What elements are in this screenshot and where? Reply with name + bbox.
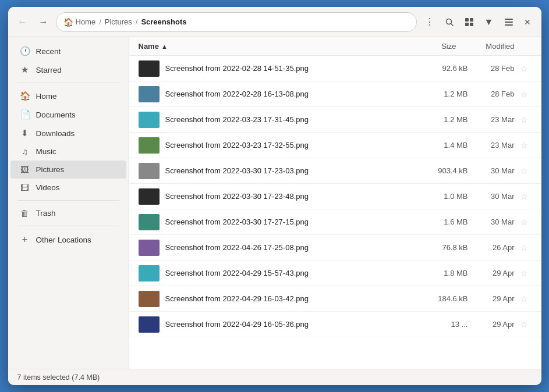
sidebar-item-pictures[interactable]: 🖼 Pictures [10, 161, 126, 179]
table-row[interactable]: Screenshot from 2022-03-23 17-32-55.png … [129, 133, 541, 158]
file-thumbnail [139, 291, 160, 307]
breadcrumb-screenshots[interactable]: Screenshots [141, 17, 186, 26]
column-header-name[interactable]: Name ▲ [139, 42, 398, 51]
more-options-button[interactable]: ⋮ [420, 13, 439, 31]
starred-icon: ★ [20, 65, 30, 75]
svg-rect-3 [470, 18, 473, 22]
file-star[interactable]: ☆ [517, 320, 532, 329]
file-star[interactable]: ☆ [517, 218, 532, 227]
file-star[interactable]: ☆ [517, 269, 532, 278]
close-button[interactable]: ✕ [519, 14, 536, 30]
list-view-button[interactable] [500, 13, 518, 31]
file-thumbnail [139, 316, 160, 333]
file-modified: 28 Feb [468, 90, 515, 98]
breadcrumb-sep-2: / [136, 17, 138, 26]
table-row[interactable]: Screenshot from 2022-04-26 17-25-08.png … [129, 235, 541, 261]
file-star[interactable]: ☆ [517, 243, 532, 252]
sidebar-label-trash: Trash [36, 209, 56, 218]
table-row[interactable]: Screenshot from 2022-03-30 17-27-15.png … [129, 209, 541, 235]
file-thumbnail [139, 137, 160, 154]
breadcrumb: 🏠 Home / Pictures / Screenshots [56, 12, 417, 32]
file-name: Screenshot from 2022-03-23 17-31-45.png [165, 115, 410, 124]
sidebar-item-videos[interactable]: 🎞 Videos [10, 179, 126, 197]
sidebar-label-starred: Starred [36, 66, 62, 74]
column-header-modified[interactable]: Modified [456, 42, 515, 51]
table-row[interactable]: Screenshot from 2022-04-29 15-57-43.png … [129, 261, 541, 286]
home-sidebar-icon: 🏠 [20, 91, 30, 101]
file-name: Screenshot from 2022-02-28 16-13-08.png [165, 90, 410, 98]
file-modified: 23 Mar [468, 141, 515, 149]
table-row[interactable]: Screenshot from 2022-04-29 16-05-36.png … [129, 312, 541, 337]
table-row[interactable]: Screenshot from 2022-03-30 17-23-48.png … [129, 184, 541, 209]
file-modified: 28 Feb [468, 64, 515, 73]
music-icon: ♫ [20, 147, 30, 156]
file-size: 1.8 MB [410, 269, 468, 277]
documents-icon: 📄 [20, 109, 30, 120]
view-options-button[interactable]: ▼ [480, 13, 498, 31]
file-size: 92.6 kB [410, 64, 468, 73]
file-name: Screenshot from 2022-02-28 14-51-35.png [165, 64, 410, 73]
sidebar-item-documents[interactable]: 📄 Documents [10, 105, 126, 124]
file-modified: 29 Apr [468, 269, 515, 277]
sidebar-item-starred[interactable]: ★ Starred [10, 60, 126, 79]
other-locations-icon: + [20, 234, 30, 245]
sidebar-divider-3 [17, 226, 119, 226]
file-size: 1.2 MB [410, 90, 468, 98]
table-row[interactable]: Screenshot from 2022-03-30 17-23-03.png … [129, 158, 541, 184]
file-size: 1.4 MB [410, 141, 468, 149]
grid-icon [465, 17, 474, 27]
file-star[interactable]: ☆ [517, 192, 532, 201]
svg-line-1 [451, 23, 453, 26]
file-star[interactable]: ☆ [517, 90, 532, 99]
search-icon [445, 17, 454, 27]
file-star[interactable]: ☆ [517, 294, 532, 304]
toolbar: ← → 🏠 Home / Pictures / Screenshots ⋮ [8, 7, 541, 37]
list-icon [504, 17, 513, 27]
status-bar: 7 items selected (7.4 MB) [8, 369, 541, 385]
breadcrumb-sep-1: / [99, 17, 101, 26]
sidebar-divider-1 [17, 83, 119, 83]
recent-icon: 🕐 [20, 46, 30, 56]
sidebar-item-trash[interactable]: 🗑 Trash [10, 204, 126, 222]
table-row[interactable]: Screenshot from 2022-04-29 16-03-42.png … [129, 286, 541, 312]
svg-rect-7 [505, 22, 513, 23]
file-star[interactable]: ☆ [517, 141, 532, 150]
svg-rect-4 [465, 23, 469, 26]
sidebar-label-downloads: Downloads [36, 129, 75, 138]
sidebar-item-music[interactable]: ♫ Music [10, 142, 126, 161]
svg-rect-6 [505, 19, 513, 20]
sidebar-item-other-locations[interactable]: + Other Locations [10, 230, 126, 250]
sidebar-label-videos: Videos [36, 183, 60, 192]
file-modified: 29 Apr [468, 320, 515, 329]
file-size: 13 ... [410, 320, 468, 329]
file-thumbnail [139, 188, 160, 205]
file-name: Screenshot from 2022-04-29 15-57-43.png [165, 269, 410, 277]
file-thumbnail [139, 265, 160, 281]
file-modified: 30 Mar [468, 218, 515, 226]
file-name: Screenshot from 2022-03-30 17-27-15.png [165, 218, 410, 226]
search-button[interactable] [440, 13, 459, 31]
file-size: 1.6 MB [410, 218, 468, 226]
file-manager-window: ← → 🏠 Home / Pictures / Screenshots ⋮ [8, 7, 541, 385]
sidebar-label-home: Home [36, 92, 57, 101]
breadcrumb-pictures[interactable]: Pictures [105, 17, 132, 26]
back-button[interactable]: ← [14, 13, 31, 31]
sidebar-label-recent: Recent [36, 47, 61, 56]
sidebar-divider-2 [17, 200, 119, 201]
table-row[interactable]: Screenshot from 2022-03-23 17-31-45.png … [129, 107, 541, 133]
sidebar-item-home[interactable]: 🏠 Home [10, 87, 126, 105]
sidebar-item-downloads[interactable]: ⬇ Downloads [10, 124, 126, 142]
file-star[interactable]: ☆ [517, 166, 532, 176]
table-row[interactable]: Screenshot from 2022-02-28 16-13-08.png … [129, 81, 541, 107]
file-modified: 29 Apr [468, 294, 515, 303]
file-star[interactable]: ☆ [517, 64, 532, 73]
table-row[interactable]: Screenshot from 2022-02-28 14-51-35.png … [129, 56, 541, 81]
breadcrumb-home[interactable]: Home [76, 17, 96, 26]
grid-view-button[interactable] [460, 13, 479, 31]
sort-arrow: ▲ [161, 43, 168, 50]
column-header-size[interactable]: Size [398, 42, 456, 51]
file-star[interactable]: ☆ [517, 115, 532, 124]
sidebar-item-recent[interactable]: 🕐 Recent [10, 42, 126, 60]
forward-button[interactable]: → [35, 13, 52, 31]
file-name: Screenshot from 2022-04-29 16-05-36.png [165, 320, 410, 329]
